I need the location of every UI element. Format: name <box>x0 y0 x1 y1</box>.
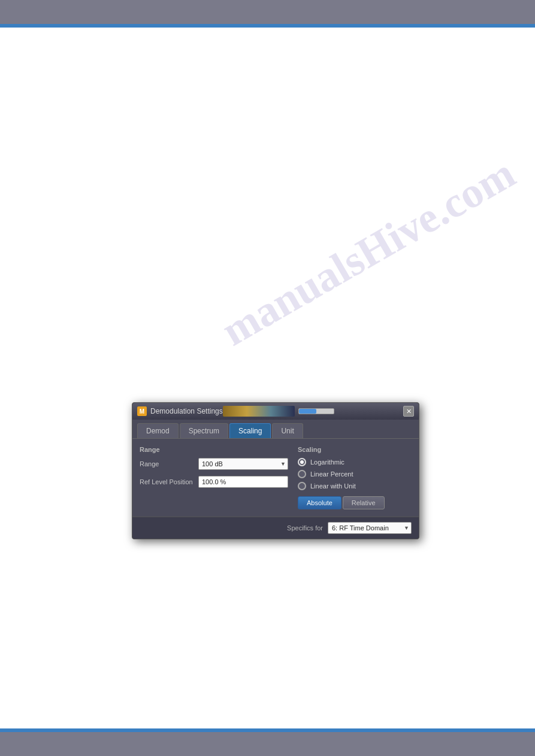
titlebar-progress-fill <box>299 409 316 414</box>
ref-level-input[interactable] <box>198 476 288 488</box>
specifics-select-wrapper: 6: RF Time Domain 1: IQ 2: Magnitude 3: … <box>328 522 412 534</box>
bottom-bar <box>0 732 535 756</box>
dialog-tabs: Demod Spectrum Scaling Unit <box>132 420 419 438</box>
top-bar-blue-stripe <box>0 24 535 28</box>
dialog-columns: Range Range 100 dB 80 dB 60 dB 40 dB ▼ <box>140 446 412 509</box>
top-bar <box>0 0 535 24</box>
range-select-wrapper: 100 dB 80 dB 60 dB 40 dB ▼ <box>198 458 288 470</box>
radio-logarithmic[interactable]: Logarithmic <box>298 458 412 466</box>
tab-scaling[interactable]: Scaling <box>229 423 271 438</box>
dialog-titlebar: M Demodulation Settings ✕ <box>132 403 419 420</box>
bottom-bar-blue-stripe <box>0 728 535 732</box>
titlebar-strip <box>223 406 403 417</box>
radio-linear-percent-circle[interactable] <box>298 470 306 478</box>
scaling-heading: Scaling <box>298 446 412 453</box>
range-heading: Range <box>140 446 288 453</box>
specifics-select[interactable]: 6: RF Time Domain 1: IQ 2: Magnitude 3: … <box>328 522 412 534</box>
tab-demod[interactable]: Demod <box>137 423 179 438</box>
abs-rel-row: Absolute Relative <box>298 496 412 509</box>
titlebar-image <box>223 406 295 417</box>
radio-linear-unit[interactable]: Linear with Unit <box>298 482 412 490</box>
absolute-button[interactable]: Absolute <box>298 496 341 509</box>
dialog-body: Range Range 100 dB 80 dB 60 dB 40 dB ▼ <box>132 438 419 517</box>
radio-linear-percent[interactable]: Linear Percent <box>298 470 412 478</box>
range-select[interactable]: 100 dB 80 dB 60 dB 40 dB <box>198 458 288 470</box>
dialog-app-icon: M <box>137 406 147 416</box>
tab-unit[interactable]: Unit <box>272 423 303 438</box>
scaling-column: Scaling Logarithmic Linear Percent Linea… <box>298 446 412 509</box>
specifics-label: Specifics for <box>287 524 323 532</box>
range-column: Range Range 100 dB 80 dB 60 dB 40 dB ▼ <box>140 446 288 509</box>
watermark: manualsHive.com <box>213 148 524 356</box>
radio-linear-percent-label: Linear Percent <box>310 470 353 478</box>
ref-level-field-row: Ref Level Position <box>140 476 288 488</box>
range-field-row: Range 100 dB 80 dB 60 dB 40 dB ▼ <box>140 458 288 470</box>
dialog-title-text: Demodulation Settings <box>150 407 223 415</box>
radio-linear-unit-label: Linear with Unit <box>310 482 356 490</box>
tab-spectrum[interactable]: Spectrum <box>180 423 228 438</box>
demodulation-settings-dialog: M Demodulation Settings ✕ Demod Spectrum… <box>132 402 419 539</box>
radio-linear-unit-circle[interactable] <box>298 482 306 490</box>
dialog-close-button[interactable]: ✕ <box>403 406 414 417</box>
relative-button[interactable]: Relative <box>343 496 385 509</box>
radio-logarithmic-label: Logarithmic <box>310 459 344 466</box>
titlebar-progress-bar <box>298 408 334 414</box>
specifics-row: Specifics for 6: RF Time Domain 1: IQ 2:… <box>132 517 419 539</box>
range-label: Range <box>140 460 194 467</box>
dialog-title-left: M Demodulation Settings <box>137 406 223 416</box>
ref-level-label: Ref Level Position <box>140 478 194 485</box>
radio-logarithmic-circle[interactable] <box>298 458 306 466</box>
